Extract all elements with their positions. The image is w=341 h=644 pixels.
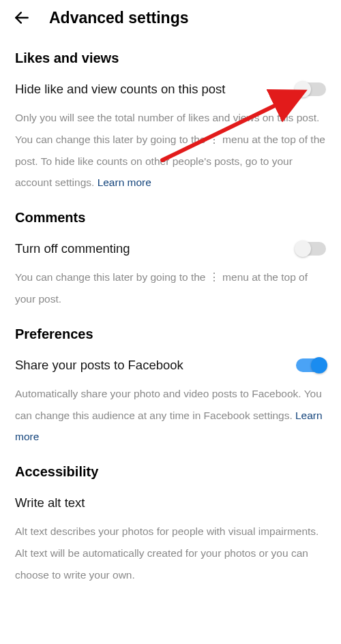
setting-turn-off-commenting: Turn off commenting <box>15 241 326 257</box>
back-arrow-icon[interactable] <box>12 8 31 27</box>
description-hide-likes: Only you will see the total number of li… <box>15 107 326 194</box>
description-alt-text: Alt text describes your photos for peopl… <box>15 521 326 585</box>
description-text: Only you will see the total number of li… <box>15 112 325 188</box>
description-facebook: Automatically share your photo and video… <box>15 383 326 448</box>
setting-label-alt-text: Write alt text <box>15 495 85 511</box>
toggle-knob <box>295 241 311 257</box>
section-title-likes: Likes and views <box>15 50 326 66</box>
section-title-accessibility: Accessibility <box>15 464 326 480</box>
toggle-commenting[interactable] <box>296 242 326 256</box>
setting-hide-likes: Hide like and view counts on this post <box>15 81 326 97</box>
setting-share-facebook: Share your posts to Facebook <box>15 357 326 373</box>
setting-label-commenting: Turn off commenting <box>15 241 130 257</box>
toggle-share-facebook[interactable] <box>296 358 326 372</box>
toggle-knob <box>311 357 327 373</box>
toggle-knob <box>295 81 311 97</box>
section-title-preferences: Preferences <box>15 326 326 342</box>
description-text: Automatically share your photo and video… <box>15 388 322 421</box>
setting-label-facebook: Share your posts to Facebook <box>15 357 183 373</box>
app-header: Advanced settings <box>0 0 341 34</box>
toggle-hide-likes[interactable] <box>296 82 326 96</box>
setting-alt-text[interactable]: Write alt text <box>15 495 326 511</box>
setting-label-hide-likes: Hide like and view counts on this post <box>15 81 226 97</box>
description-commenting: You can change this later by going to th… <box>15 266 326 310</box>
section-title-comments: Comments <box>15 210 326 226</box>
learn-more-link-likes[interactable]: Learn more <box>98 177 151 188</box>
page-title: Advanced settings <box>49 9 189 27</box>
